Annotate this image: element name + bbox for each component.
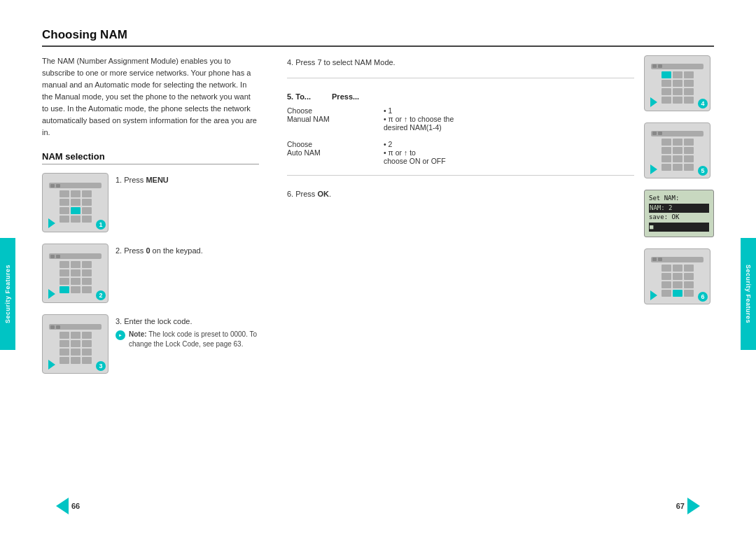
key xyxy=(71,269,80,276)
step-4-text: 4. Press 7 to select NAM Mode. xyxy=(287,58,396,66)
step-1-phone: 1 xyxy=(42,173,108,232)
step-5-press-label: Press... xyxy=(332,92,359,101)
keypad-5 xyxy=(662,139,694,171)
key xyxy=(71,199,80,206)
key xyxy=(59,357,69,364)
step-3-item: 3 3. Enter the lock code. Note: The lock… xyxy=(42,314,259,374)
key xyxy=(71,332,80,339)
key xyxy=(662,164,671,171)
bar-dot xyxy=(50,255,55,258)
step-5-header: 5. To... Press... xyxy=(287,92,634,101)
key xyxy=(662,147,671,154)
key xyxy=(59,332,69,339)
right-content-area: 4. Press 7 to select NAM Mode. 5. To... … xyxy=(287,55,714,304)
key xyxy=(71,216,80,223)
key xyxy=(662,273,671,280)
step-3-text: 3. Enter the lock code. xyxy=(115,317,259,325)
keypad-4 xyxy=(662,71,694,104)
key xyxy=(59,340,69,347)
key xyxy=(673,273,682,280)
key xyxy=(59,199,69,206)
right-phones: 4 xyxy=(644,55,714,304)
phone-top-bar-2 xyxy=(49,253,101,259)
key xyxy=(662,155,671,162)
bar-dot xyxy=(56,184,60,188)
key xyxy=(673,80,682,87)
step-badge-3: 3 xyxy=(96,361,106,371)
key xyxy=(71,278,80,285)
top-bar xyxy=(651,131,703,136)
dot xyxy=(652,258,657,261)
key xyxy=(82,261,92,268)
sidebar-label-left: Security Features xyxy=(4,265,11,323)
phone-keypad-grid-3 xyxy=(59,332,92,364)
key xyxy=(71,340,80,347)
key xyxy=(684,147,694,154)
bar-dot xyxy=(56,325,60,329)
key xyxy=(684,155,694,162)
key xyxy=(71,286,80,293)
key xyxy=(82,269,92,276)
key xyxy=(82,340,92,347)
badge-4: 4 xyxy=(698,99,708,108)
arrow-indicator-2 xyxy=(48,289,55,299)
note-text: Note: The lock code is preset to 0000. T… xyxy=(129,330,259,349)
step-4-row: 4. Press 7 to select NAM Mode. xyxy=(287,55,634,78)
page-container: Choosing NAM The NAM (Number Assignment … xyxy=(0,0,756,534)
key xyxy=(82,207,92,214)
screen-line-3: save: OK xyxy=(649,213,709,223)
step-6-text: 6. Press OK. xyxy=(287,190,331,198)
left-column: The NAM (Number Assignment Module) enabl… xyxy=(42,55,259,510)
arrow-5 xyxy=(650,164,657,174)
step-3-phone: 3 xyxy=(42,314,108,374)
screen-line-2: NAM: 2 xyxy=(649,204,709,213)
key xyxy=(673,139,682,146)
key xyxy=(82,190,92,197)
section-title: Choosing NAM xyxy=(42,28,714,47)
step-2-bold: 0 xyxy=(146,246,150,255)
top-bar xyxy=(651,64,703,69)
sidebar-tab-right: Security Features xyxy=(741,238,756,350)
key xyxy=(684,139,694,146)
key xyxy=(662,265,671,272)
step-3-content: 3. Enter the lock code. Note: The lock c… xyxy=(115,314,259,349)
note-icon xyxy=(115,330,125,340)
phone-keypad-grid-2 xyxy=(59,261,92,293)
key xyxy=(673,281,682,288)
key xyxy=(684,281,694,288)
step-badge-1: 1 xyxy=(96,220,106,230)
step-1-text: 1. Press MENU xyxy=(115,176,259,184)
step-6-row: 6. Press OK. xyxy=(287,187,634,198)
key xyxy=(673,155,682,162)
arrow-indicator-3 xyxy=(48,360,55,370)
step5-press-auto: • 2 • π or ↑ tochoose ON or OFF xyxy=(384,140,446,165)
phone-keypad-grid xyxy=(59,190,92,223)
step5-action-manual: ChooseManual NAM xyxy=(287,106,378,123)
key xyxy=(684,265,694,272)
key xyxy=(82,349,92,356)
key xyxy=(684,88,694,95)
key xyxy=(59,216,69,223)
key xyxy=(684,71,694,78)
sidebar-tab-left: Security Features xyxy=(0,238,15,350)
dot xyxy=(658,64,662,68)
key xyxy=(82,278,92,285)
key xyxy=(71,349,80,356)
badge-5: 5 xyxy=(698,166,708,176)
keypad-6 xyxy=(662,265,694,297)
screen-line-4: ■ xyxy=(649,223,709,232)
key xyxy=(673,265,682,272)
dot xyxy=(658,132,662,135)
phone-top-bar-3 xyxy=(49,324,101,330)
key xyxy=(684,164,694,171)
step-1-item: 1 1. Press MENU xyxy=(42,173,259,232)
key xyxy=(59,269,69,276)
key xyxy=(662,97,671,104)
key xyxy=(82,199,92,206)
arrow-6 xyxy=(650,290,657,300)
right-phone-6: 6 xyxy=(644,248,710,304)
key xyxy=(662,80,671,87)
key xyxy=(684,273,694,280)
key xyxy=(82,216,92,223)
key xyxy=(59,207,69,214)
